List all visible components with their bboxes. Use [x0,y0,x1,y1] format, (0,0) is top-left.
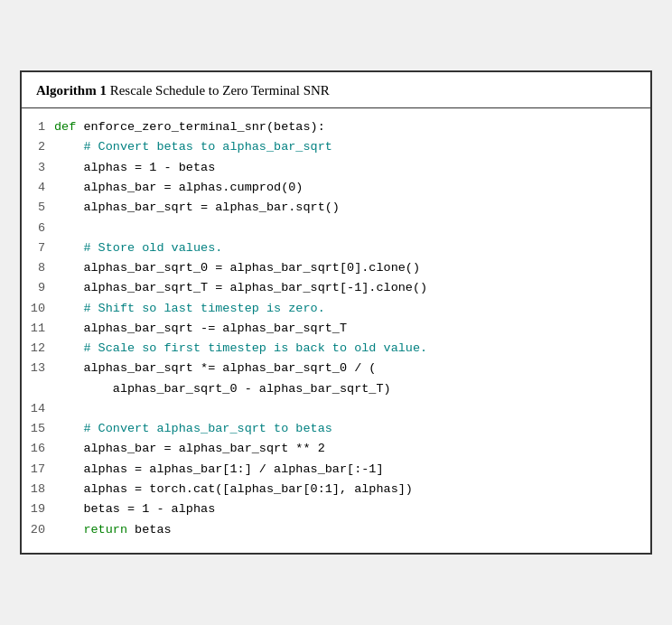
normal-text [54,302,83,315]
line-content: alphas_bar_sqrt_T = alphas_bar_sqrt[-1].… [54,278,650,298]
algorithm-title: Rescale Schedule to Zero Terminal SNR [110,83,330,98]
line-content: betas = 1 - alphas [54,499,650,519]
line-number: 4 [22,178,54,198]
line-number: 10 [22,299,54,319]
algorithm-header: Algorithm 1 Rescale Schedule to Zero Ter… [22,72,650,108]
code-line: 20 return betas [22,520,650,540]
normal-text: alphas_bar_sqrt_0 - alphas_bar_sqrt_T) [54,382,391,396]
algorithm-box: Algorithm 1 Rescale Schedule to Zero Ter… [20,70,652,555]
line-content: alphas_bar = alphas.cumprod(0) [54,178,650,198]
code-line: 6 [22,219,650,238]
line-content: alphas_bar_sqrt = alphas_bar.sqrt() [54,198,650,218]
line-number: 9 [22,278,54,298]
kw-def-text: def [54,120,76,134]
line-content: alphas = torch.cat([alphas_bar[0:1], alp… [54,480,650,499]
line-number: 11 [22,319,54,339]
normal-text: alphas_bar_sqrt_T = alphas_bar_sqrt[-1].… [54,281,427,294]
line-number: 14 [22,399,54,419]
code-line: 14 [22,399,650,419]
line-content: # Convert betas to alphas_bar_sqrt [54,137,650,157]
line-content: alphas_bar_sqrt_0 = alphas_bar_sqrt[0].c… [54,258,650,278]
normal-text: alphas_bar = alphas.cumprod(0) [54,181,303,194]
normal-text: alphas_bar_sqrt_0 = alphas_bar_sqrt[0].c… [54,261,420,275]
line-number: 16 [22,439,54,459]
code-block: 1def enforce_zero_terminal_snr(betas):2 … [22,108,650,553]
line-number: 8 [22,258,54,278]
normal-text [54,523,83,536]
code-line: 11 alphas_bar_sqrt -= alphas_bar_sqrt_T [22,319,650,339]
normal-text: enforce_zero_terminal_snr(betas): [76,120,324,134]
line-content: return betas [54,520,650,540]
line-number: 12 [22,339,54,359]
line-number: 3 [22,158,54,178]
normal-text: alphas = 1 - betas [54,161,215,174]
line-number: 6 [22,219,54,238]
line-number: 13 [22,359,54,378]
normal-text: alphas = torch.cat([alphas_bar[0:1], alp… [54,482,413,496]
line-number: 5 [22,198,54,218]
normal-text: alphas_bar = alphas_bar_sqrt ** 2 [54,442,325,455]
line-content: alphas_bar_sqrt *= alphas_bar_sqrt_0 / ( [54,359,650,378]
line-content: alphas_bar = alphas_bar_sqrt ** 2 [54,439,650,459]
line-content: # Store old values. [54,238,650,258]
line-content: # Shift so last timestep is zero. [54,299,650,319]
line-number: 17 [22,460,54,480]
code-line: 4 alphas_bar = alphas.cumprod(0) [22,178,650,198]
normal-text: alphas = alphas_bar[1:] / alphas_bar[:-1… [54,462,384,476]
code-line: 1def enforce_zero_terminal_snr(betas): [22,117,650,137]
comment-text: # Scale so first timestep is back to old… [83,341,427,355]
normal-text: alphas_bar_sqrt *= alphas_bar_sqrt_0 / ( [54,361,376,375]
line-number: 15 [22,419,54,439]
code-line: 19 betas = 1 - alphas [22,499,650,519]
code-line: 13 alphas_bar_sqrt *= alphas_bar_sqrt_0 … [22,359,650,378]
code-line: 12 # Scale so first timestep is back to … [22,339,650,359]
line-number: 19 [22,499,54,519]
line-content: alphas_bar_sqrt_0 - alphas_bar_sqrt_T) [54,379,650,399]
algorithm-label: Algorithm 1 [36,83,107,98]
line-content: alphas = 1 - betas [54,158,650,178]
line-number: 2 [22,137,54,157]
code-line: 15 # Convert alphas_bar_sqrt to betas [22,419,650,439]
line-number: 1 [22,117,54,137]
line-number: 7 [22,238,54,258]
normal-text [54,241,83,255]
comment-text: # Convert betas to alphas_bar_sqrt [83,140,331,154]
line-content: def enforce_zero_terminal_snr(betas): [54,117,650,137]
line-content: alphas = alphas_bar[1:] / alphas_bar[:-1… [54,460,650,480]
code-line: 17 alphas = alphas_bar[1:] / alphas_bar[… [22,460,650,480]
code-line: 8 alphas_bar_sqrt_0 = alphas_bar_sqrt[0]… [22,258,650,278]
code-line: 3 alphas = 1 - betas [22,158,650,178]
code-line: 10 # Shift so last timestep is zero. [22,299,650,319]
line-number: 18 [22,480,54,499]
line-content: alphas_bar_sqrt -= alphas_bar_sqrt_T [54,319,650,339]
code-line: 2 # Convert betas to alphas_bar_sqrt [22,137,650,157]
normal-text [54,341,83,355]
normal-text [54,422,83,435]
line-number: 20 [22,520,54,540]
normal-text [54,140,83,154]
line-content: # Scale so first timestep is back to old… [54,339,650,359]
normal-text: betas = 1 - alphas [54,502,215,516]
comment-text: # Shift so last timestep is zero. [83,302,324,315]
comment-text: # Convert alphas_bar_sqrt to betas [83,422,331,435]
normal-text: alphas_bar_sqrt = alphas_bar.sqrt() [54,201,340,214]
code-line: 18 alphas = torch.cat([alphas_bar[0:1], … [22,480,650,499]
comment-text: # Store old values. [83,241,222,255]
line-content: # Convert alphas_bar_sqrt to betas [54,419,650,439]
code-line: 16 alphas_bar = alphas_bar_sqrt ** 2 [22,439,650,459]
code-line: alphas_bar_sqrt_0 - alphas_bar_sqrt_T) [22,379,650,399]
code-line: 5 alphas_bar_sqrt = alphas_bar.sqrt() [22,198,650,218]
code-line: 9 alphas_bar_sqrt_T = alphas_bar_sqrt[-1… [22,278,650,298]
code-line: 7 # Store old values. [22,238,650,258]
normal-text: alphas_bar_sqrt -= alphas_bar_sqrt_T [54,322,347,335]
normal-text: betas [127,523,172,536]
kw-return-text: return [83,523,127,536]
